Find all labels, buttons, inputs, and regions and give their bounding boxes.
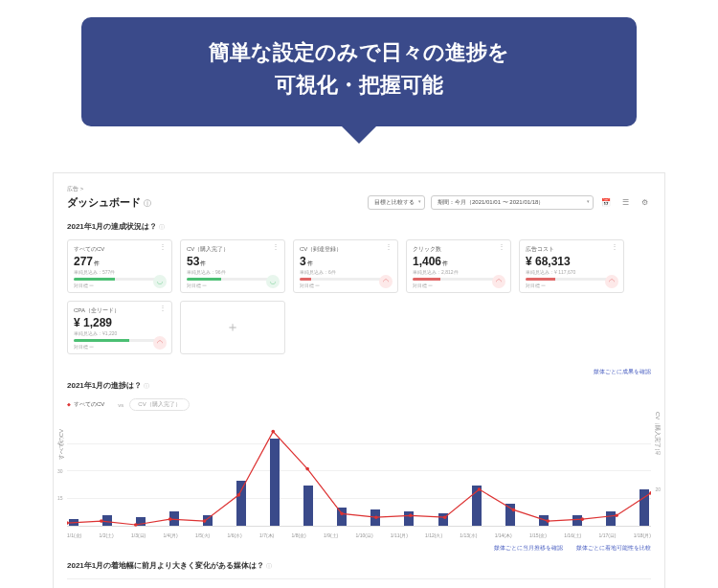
svg-point-1 <box>100 519 103 523</box>
svg-point-11 <box>443 516 447 520</box>
svg-point-12 <box>478 487 482 491</box>
dashboard-screenshot: 広告 > ダッシュボード ⓘ 目標と比較する 期間：今月（2021/01/01 … <box>53 172 665 588</box>
svg-point-8 <box>340 512 344 516</box>
kpi-card[interactable]: ⋮ CV（到達登録） 3件 単純見込み：6件 対目標 ー ◠ <box>293 239 398 293</box>
kpi-card[interactable]: ⋮ CV（購入完了） 53件 単純見込み：96件 対目標 ー ◡ <box>180 239 285 293</box>
page-header: 広告 > ダッシュボード ⓘ 目標と比較する 期間：今月（2021/01/01 … <box>67 183 651 217</box>
card-menu-icon[interactable]: ⋮ <box>611 244 618 250</box>
card-progress-bar <box>74 278 166 281</box>
card-label: すべてのCV <box>74 245 166 254</box>
compare-select[interactable]: 目標と比較する <box>368 195 425 210</box>
kpi-card[interactable]: ⋮ クリック数 1,406件 単純見込み：2,812件 対目標 ー ◠ <box>406 239 511 293</box>
diagnosis-panel: すべてのCV 前月よりプラスで着地する媒体はありません。その他の変化を確認前月よ… <box>67 578 651 588</box>
card-value: 53件 <box>187 255 279 268</box>
kpi-card[interactable]: ⋮ CPA（全リード） ¥ 1,289 単純見込み：¥1,220 対目標 ー ◠ <box>67 301 172 354</box>
x-tick: 1/16(土) <box>564 532 581 538</box>
card-compare: 対目標 ー <box>74 344 166 350</box>
page-title: ダッシュボード ⓘ <box>67 195 151 210</box>
card-menu-icon[interactable]: ⋮ <box>159 305 167 311</box>
kpi-card[interactable]: ⋮ 広告コスト ¥ 68,313 単純見込み：¥ 117,670 対目標 ー ◠ <box>519 239 624 293</box>
card-label: クリック数 <box>413 245 505 254</box>
x-tick: 1/9(土) <box>324 532 338 538</box>
x-tick: 1/15(金) <box>529 532 547 538</box>
calendar-icon[interactable]: 📅 <box>599 196 613 210</box>
settings-icon[interactable]: ⚙ <box>638 196 651 210</box>
svg-point-0 <box>67 521 69 525</box>
svg-point-9 <box>374 516 378 520</box>
svg-point-3 <box>168 518 172 522</box>
card-progress-bar <box>74 339 166 342</box>
banner-line1: 簡単な設定のみで日々の進捗を <box>104 36 614 69</box>
diag-question: 2021年1月の着地幅に前月より大きく変化がある媒体は？ <box>67 560 651 571</box>
svg-point-5 <box>237 493 241 497</box>
breadcrumb[interactable]: 広告 > <box>67 185 151 193</box>
svg-point-13 <box>512 509 516 512</box>
card-value: 277件 <box>74 255 166 268</box>
card-label: CV（購入完了） <box>187 245 279 254</box>
card-compare: 対目標 ー <box>300 283 392 288</box>
data-icon[interactable]: ☰ <box>618 196 632 210</box>
period-select[interactable]: 期間：今月（2021/01/01 〜 2021/01/18） <box>431 195 594 210</box>
kpi-card[interactable]: ⋮ すべてのCV 277件 単純見込み：577件 対目標 ー ◡ <box>67 239 172 293</box>
x-axis: 1/1(金)1/2(土)1/3(日)1/4(月)1/5(火)1/6(水)1/7(… <box>67 531 651 538</box>
card-value: ¥ 1,289 <box>74 316 166 329</box>
card-sub: 単純見込み：6件 <box>300 269 392 275</box>
card-menu-icon[interactable]: ⋮ <box>272 244 280 250</box>
x-tick: 1/5(火) <box>195 532 210 538</box>
svg-point-10 <box>409 514 413 518</box>
promo-banner: 簡単な設定のみで日々の進捗を 可視化・把握可能 <box>81 17 637 126</box>
x-tick: 1/14(木) <box>495 532 512 538</box>
card-sub: 単純見込み：¥1,220 <box>74 330 166 336</box>
x-tick: 1/3(日) <box>131 532 146 538</box>
svg-point-4 <box>203 519 207 523</box>
card-progress-bar <box>187 278 279 281</box>
link-media-results[interactable]: 媒体ごとに成果を確認 <box>594 369 651 374</box>
card-label: 広告コスト <box>526 245 617 254</box>
card-menu-icon[interactable]: ⋮ <box>498 244 505 250</box>
svg-point-6 <box>271 430 275 434</box>
svg-point-7 <box>305 467 309 471</box>
x-tick: 1/17(日) <box>598 532 616 538</box>
x-tick: 1/7(木) <box>259 532 274 538</box>
x-tick: 1/10(日) <box>356 532 373 538</box>
card-label: CV（到達登録） <box>300 245 392 254</box>
x-tick: 1/1(金) <box>67 532 81 538</box>
x-tick: 1/2(土) <box>100 532 114 538</box>
x-tick: 1/6(水) <box>228 532 242 538</box>
link-media-landing[interactable]: 媒体ごとに着地可能性を比較 <box>576 544 651 553</box>
card-value: ¥ 68,313 <box>526 255 617 268</box>
progress-question: 2021年1月の進捗は？ <box>67 380 651 391</box>
card-sub: 単純見込み：96件 <box>187 269 279 275</box>
card-sub: 単純見込み：577件 <box>74 269 166 275</box>
banner-line2: 可視化・把握可能 <box>104 69 614 102</box>
card-compare: 対目標 ー <box>187 283 279 288</box>
tab-all-cv[interactable]: すべてのCV <box>67 399 112 410</box>
svg-point-16 <box>615 514 618 518</box>
y-axis-right-label: CV（購入完了） <box>653 412 662 454</box>
info-icon[interactable]: ⓘ <box>144 199 151 208</box>
status-question: 2021年1月の達成状況は？ <box>67 221 651 232</box>
card-sub: 単純見込み：¥ 117,670 <box>526 269 617 275</box>
card-label: CPA（全リード） <box>74 306 166 315</box>
card-compare: 対目標 ー <box>74 283 166 288</box>
x-tick: 1/8(金) <box>292 532 306 538</box>
card-compare: 対目標 ー <box>526 283 617 288</box>
card-menu-icon[interactable]: ⋮ <box>385 244 393 250</box>
card-progress-bar <box>413 278 505 281</box>
x-tick: 1/12(火) <box>425 532 442 538</box>
card-value: 3件 <box>300 255 392 268</box>
card-progress-bar <box>526 278 617 281</box>
add-card-button[interactable]: ＋ <box>180 301 285 354</box>
card-value: 1,406件 <box>413 255 505 268</box>
x-tick: 1/18(月) <box>634 532 651 538</box>
x-tick: 1/4(月) <box>164 532 178 538</box>
svg-point-14 <box>546 519 550 523</box>
link-media-compare[interactable]: 媒体ごとに当月推移を確認 <box>494 544 563 553</box>
progress-chart: すべてのCV CV（購入完了） 1530452040 <box>67 417 651 527</box>
tab-cv-purchase[interactable]: CV（購入完了） <box>129 398 189 411</box>
svg-point-2 <box>134 523 138 527</box>
x-tick: 1/13(水) <box>460 532 477 538</box>
card-menu-icon[interactable]: ⋮ <box>159 244 167 250</box>
x-tick: 1/11(月) <box>391 532 408 538</box>
kpi-cards: ⋮ すべてのCV 277件 単純見込み：577件 対目標 ー ◡⋮ CV（購入完… <box>67 239 651 354</box>
